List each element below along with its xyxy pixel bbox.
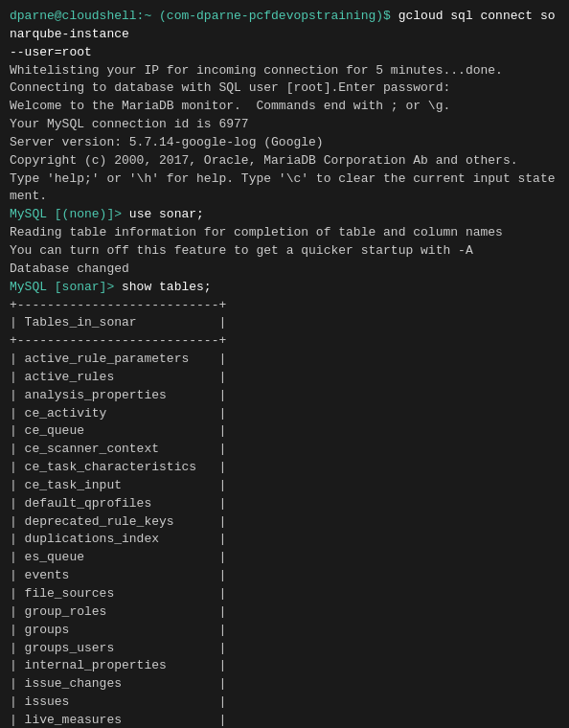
terminal-window[interactable]: dparne@cloudshell:~ (com-dparne-pcfdevop… [0,0,569,728]
terminal-line: Type 'help;' or '\h' for help. Type '\c'… [10,171,559,207]
terminal-line: | group_roles | [10,603,559,622]
terminal-line: | default_qprofiles | [10,495,559,513]
terminal-line: +---------------------------+ [10,297,559,315]
terminal-line: Server version: 5.7.14-google-log (Googl… [10,134,559,152]
terminal-line: | ce_activity | [10,405,559,423]
terminal-line: | duplications_index | [10,531,559,549]
terminal-line: | active_rules | [10,369,559,387]
terminal-line: Whitelisting your IP for incoming connec… [10,62,559,80]
terminal-line: Database changed [10,261,559,279]
terminal-line: You can turn off this feature to get a q… [10,242,559,261]
terminal-line: | analysis_properties | [10,387,559,405]
terminal-line: | file_sources | [10,585,559,603]
terminal-line: | deprecated_rule_keys | [10,513,559,532]
terminal-line: | active_rule_parameters | [10,351,559,369]
terminal-line: | ce_queue | [10,422,559,441]
terminal-line: | es_queue | [10,549,559,567]
terminal-line: | ce_scanner_context | [10,441,559,459]
terminal-line: | events | [10,567,559,585]
terminal-line: | internal_properties | [10,657,559,675]
terminal-line: +---------------------------+ [10,332,559,351]
terminal-line: Copyright (c) 2000, 2017, Oracle, MariaD… [10,152,559,171]
terminal-line: | groups | [10,622,559,640]
terminal-line: | live_measures | [10,712,559,728]
terminal-line: Your MySQL connection id is 6977 [10,116,559,134]
terminal-line: | issue_changes | [10,675,559,694]
terminal-line: | groups_users | [10,640,559,658]
terminal-line: MySQL [sonar]> show tables; [10,279,559,297]
terminal-content: dparne@cloudshell:~ (com-dparne-pcfdevop… [10,8,559,728]
terminal-line: MySQL [(none)]> use sonar; [10,206,559,224]
terminal-line: Welcome to the MariaDB monitor. Commands… [10,98,559,116]
terminal-line: Reading table information for completion… [10,224,559,242]
terminal-line: | ce_task_characteristics | [10,459,559,477]
terminal-line: | issues | [10,694,559,712]
terminal-line: Connecting to database with SQL user [ro… [10,80,559,98]
terminal-line: dparne@cloudshell:~ (com-dparne-pcfdevop… [10,8,559,62]
terminal-line: | Tables_in_sonar | [10,314,559,332]
terminal-line: | ce_task_input | [10,477,559,495]
